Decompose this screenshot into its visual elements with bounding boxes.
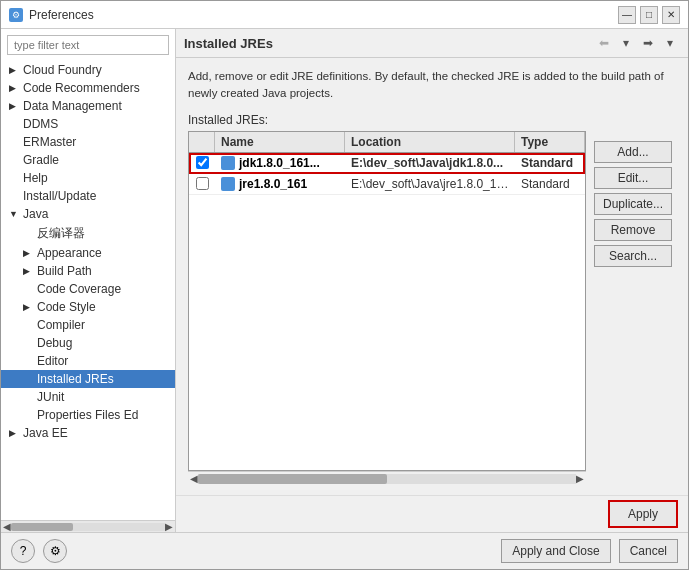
- expand-arrow: ▼: [9, 209, 19, 219]
- search-button[interactable]: Search...: [594, 245, 672, 267]
- forward-nav-button[interactable]: ➡: [638, 33, 658, 53]
- scroll-left-arrow[interactable]: ◀: [3, 521, 11, 532]
- tree-area: ▶ Cloud Foundry ▶ Code Recommenders ▶ Da…: [1, 61, 175, 520]
- sidebar-scrollbar[interactable]: ◀ ▶: [1, 520, 175, 532]
- panel-inner: Name Location Type: [188, 131, 586, 486]
- sidebar: ▶ Cloud Foundry ▶ Code Recommenders ▶ Da…: [1, 29, 176, 532]
- title-bar-controls: — □ ✕: [618, 6, 680, 24]
- expand-arrow: ▶: [9, 65, 19, 75]
- sidebar-item-label: 反编译器: [37, 225, 85, 242]
- sidebar-item-code-style[interactable]: ▶ Code Style: [1, 298, 175, 316]
- sidebar-item-anti-compiler[interactable]: 反编译器: [1, 223, 175, 244]
- sidebar-item-junit[interactable]: JUnit: [1, 388, 175, 406]
- th-name: Name: [215, 132, 345, 152]
- row-checkbox[interactable]: [189, 153, 215, 172]
- sidebar-item-label: Debug: [37, 336, 72, 350]
- sidebar-item-properties-files-ed[interactable]: Properties Files Ed: [1, 406, 175, 424]
- panel-with-buttons: Name Location Type: [188, 131, 676, 486]
- bottom-right-buttons: Apply and Close Cancel: [501, 539, 678, 563]
- menu-button[interactable]: ▾: [660, 33, 680, 53]
- sidebar-item-install-update[interactable]: Install/Update: [1, 187, 175, 205]
- sidebar-item-java-ee[interactable]: ▶ Java EE: [1, 424, 175, 442]
- row-checkbox[interactable]: [189, 174, 215, 193]
- row-name: jdk1.8.0_161...: [215, 153, 345, 173]
- help-button[interactable]: ?: [11, 539, 35, 563]
- sidebar-item-label: Compiler: [37, 318, 85, 332]
- jre-icon: [221, 177, 235, 191]
- expand-arrow: ▶: [23, 302, 33, 312]
- sidebar-item-label: Install/Update: [23, 189, 96, 203]
- sidebar-item-code-recommenders[interactable]: ▶ Code Recommenders: [1, 79, 175, 97]
- sidebar-item-label: Gradle: [23, 153, 59, 167]
- h-scroll-track: [198, 474, 576, 484]
- edit-button[interactable]: Edit...: [594, 167, 672, 189]
- expand-arrow: ▶: [9, 428, 19, 438]
- panel-description: Add, remove or edit JRE definitions. By …: [188, 68, 676, 103]
- sidebar-item-build-path[interactable]: ▶ Build Path: [1, 262, 175, 280]
- toolbar-icons: ⬅ ▾ ➡ ▾: [594, 33, 680, 53]
- sidebar-item-installed-jres[interactable]: Installed JREs: [1, 370, 175, 388]
- sidebar-item-appearance[interactable]: ▶ Appearance: [1, 244, 175, 262]
- sidebar-item-label: Java: [23, 207, 48, 221]
- sidebar-item-label: Code Recommenders: [23, 81, 140, 95]
- sidebar-item-label: Editor: [37, 354, 68, 368]
- expand-arrow: ▶: [23, 248, 33, 258]
- table-header: Name Location Type: [189, 132, 585, 153]
- maximize-button[interactable]: □: [640, 6, 658, 24]
- scroll-left-btn[interactable]: ◀: [190, 473, 198, 484]
- row-location: E:\dev_soft\Java\jdk1.8.0...: [345, 153, 515, 173]
- bottom-left-icons: ? ⚙: [11, 539, 67, 563]
- sidebar-item-gradle[interactable]: Gradle: [1, 151, 175, 169]
- apply-button[interactable]: Apply: [608, 500, 678, 528]
- horizontal-scrollbar[interactable]: ◀ ▶: [188, 471, 586, 485]
- window-icon: ⚙: [9, 8, 23, 22]
- table-row[interactable]: jre1.8.0_161 E:\dev_soft\Java\jre1.8.0_1…: [189, 174, 585, 195]
- sidebar-item-compiler[interactable]: Compiler: [1, 316, 175, 334]
- preferences-button[interactable]: ⚙: [43, 539, 67, 563]
- right-panel: Installed JREs ⬅ ▾ ➡ ▾ Add, remove or ed…: [176, 29, 688, 532]
- sidebar-item-label: Data Management: [23, 99, 122, 113]
- sidebar-item-ermaster[interactable]: ERMaster: [1, 133, 175, 151]
- sidebar-item-help[interactable]: Help: [1, 169, 175, 187]
- bottom-bar: ? ⚙ Apply and Close Cancel: [1, 532, 688, 569]
- add-button[interactable]: Add...: [594, 141, 672, 163]
- expand-arrow: ▶: [9, 101, 19, 111]
- sidebar-item-label: Java EE: [23, 426, 68, 440]
- sidebar-item-cloud-foundry[interactable]: ▶ Cloud Foundry: [1, 61, 175, 79]
- table-row[interactable]: jdk1.8.0_161... E:\dev_soft\Java\jdk1.8.…: [189, 153, 585, 174]
- th-check: [189, 132, 215, 152]
- sidebar-item-label: ERMaster: [23, 135, 76, 149]
- jre-checkbox[interactable]: [196, 177, 209, 190]
- sidebar-item-label: Code Style: [37, 300, 96, 314]
- sidebar-item-editor[interactable]: Editor: [1, 352, 175, 370]
- sidebar-item-ddms[interactable]: DDMS: [1, 115, 175, 133]
- sidebar-item-code-coverage[interactable]: Code Coverage: [1, 280, 175, 298]
- jre-checkbox[interactable]: [196, 156, 209, 169]
- sidebar-item-label: Build Path: [37, 264, 92, 278]
- title-bar-left: ⚙ Preferences: [9, 8, 94, 22]
- duplicate-button[interactable]: Duplicate...: [594, 193, 672, 215]
- close-button[interactable]: ✕: [662, 6, 680, 24]
- th-location: Location: [345, 132, 515, 152]
- back-nav-button[interactable]: ⬅: [594, 33, 614, 53]
- window-title: Preferences: [29, 8, 94, 22]
- sidebar-item-data-management[interactable]: ▶ Data Management: [1, 97, 175, 115]
- minimize-button[interactable]: —: [618, 6, 636, 24]
- jre-icon: [221, 156, 235, 170]
- sidebar-item-label: DDMS: [23, 117, 58, 131]
- cancel-button[interactable]: Cancel: [619, 539, 678, 563]
- h-scroll-thumb: [198, 474, 387, 484]
- filter-input[interactable]: [7, 35, 169, 55]
- apply-and-close-button[interactable]: Apply and Close: [501, 539, 610, 563]
- nav-dropdown-button[interactable]: ▾: [616, 33, 636, 53]
- scroll-right-btn[interactable]: ▶: [576, 473, 584, 484]
- expand-arrow: ▶: [9, 83, 19, 93]
- action-buttons: Add... Edit... Duplicate... Remove Searc…: [586, 131, 676, 486]
- sidebar-item-java[interactable]: ▼ Java: [1, 205, 175, 223]
- scroll-right-arrow[interactable]: ▶: [165, 521, 173, 532]
- sidebar-item-label: Help: [23, 171, 48, 185]
- sidebar-item-debug[interactable]: Debug: [1, 334, 175, 352]
- remove-button[interactable]: Remove: [594, 219, 672, 241]
- row-type: Standard: [515, 174, 585, 194]
- panel-toolbar: Installed JREs ⬅ ▾ ➡ ▾: [176, 29, 688, 58]
